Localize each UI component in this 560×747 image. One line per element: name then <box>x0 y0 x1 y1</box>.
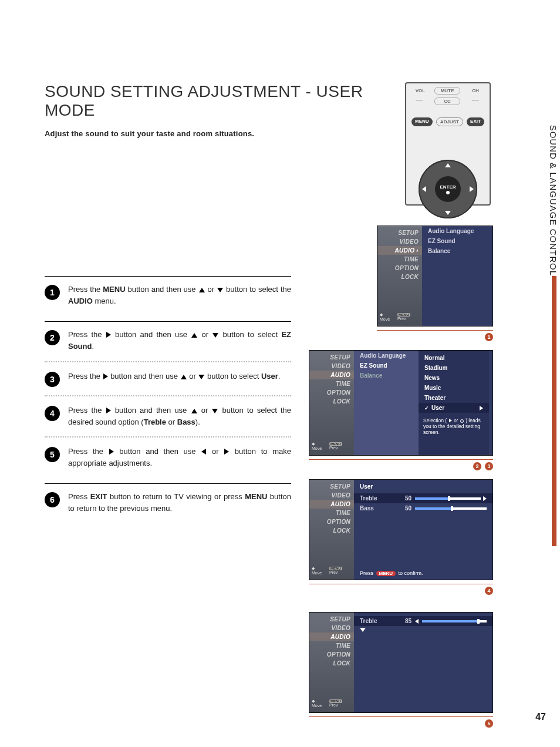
osd-tab-setup[interactable]: SETUP <box>309 353 354 362</box>
osd-item-balance[interactable]: Balance <box>354 371 419 381</box>
osd-treble-adjust: SETUP VIDEO AUDIO TIME OPTION LOCK ◆ Mov… <box>309 612 493 713</box>
osd-tab-option[interactable]: OPTION <box>309 650 354 659</box>
osd-ez-sound-options: SETUP VIDEO AUDIO TIME OPTION LOCK ◆ Mov… <box>309 350 493 456</box>
down-arrow-icon <box>198 375 204 379</box>
osd-footer-move: ◆ Move <box>312 699 326 708</box>
osd-tab-audio[interactable]: AUDIO <box>309 500 354 509</box>
osd-tab-video[interactable]: VIDEO <box>309 624 354 632</box>
osd-bass-row[interactable]: Bass 50 <box>354 503 492 513</box>
osd-tab-video[interactable]: VIDEO <box>309 491 354 500</box>
dpad-right-icon[interactable] <box>470 186 474 192</box>
osd-option-stadium[interactable]: Stadium <box>419 363 489 373</box>
osd-tab-option[interactable]: OPTION <box>377 264 422 272</box>
treble-slider[interactable] <box>422 620 487 622</box>
osd-treble-label: Treble <box>360 495 392 502</box>
osd-tab-audio[interactable]: AUDIO <box>309 371 354 379</box>
osd-treble-label: Treble <box>360 618 392 624</box>
osd-tab-option[interactable]: OPTION <box>309 517 354 526</box>
osd-item-audio-language[interactable]: Audio Language <box>422 226 492 236</box>
down-arrow-icon <box>212 333 218 338</box>
osd-tab-lock[interactable]: LOCK <box>309 659 354 668</box>
steps-list: 1 Press the MENU button and then use or … <box>45 276 291 529</box>
step-number-badge: 2 <box>45 330 60 345</box>
up-arrow-icon <box>191 333 197 338</box>
osd-tab-lock[interactable]: LOCK <box>377 272 422 281</box>
osd-tab-setup[interactable]: SETUP <box>309 482 354 491</box>
remote-figure: VOL MUTE CC CH MENU ADJUST EXIT ENTER <box>405 82 491 206</box>
up-arrow-icon <box>181 375 187 379</box>
osd-user-treble-bass: SETUP VIDEO AUDIO TIME OPTION LOCK ◆ Mov… <box>309 479 493 580</box>
remote-cc-button[interactable]: CC <box>434 97 460 105</box>
osd-tab-lock[interactable]: LOCK <box>309 397 354 406</box>
treble-slider[interactable] <box>415 496 487 501</box>
osd-treble-row[interactable]: Treble 50 <box>354 493 492 503</box>
osd-tab-option[interactable]: OPTION <box>309 388 354 397</box>
osd-option-user[interactable]: User <box>419 403 489 413</box>
osd-tab-audio[interactable]: AUDIO › <box>377 246 422 255</box>
osd-option-normal[interactable]: Normal <box>419 353 489 363</box>
step-2-text: Press the button and then use or button … <box>68 329 291 352</box>
section-side-tab: SOUND & LANGUAGE CONTROL <box>537 276 556 546</box>
osd-tab-lock[interactable]: LOCK <box>309 526 354 535</box>
page-title: SOUND SETTING ADJUSTMENT - USER MODE <box>45 82 397 120</box>
left-arrow-icon <box>415 619 419 624</box>
osd-tab-time[interactable]: TIME <box>377 255 422 264</box>
step-1: 1 Press the MENU button and then use or … <box>45 276 291 321</box>
remote-adjust-button[interactable]: ADJUST <box>436 117 463 126</box>
step-3-text: Press the button and then use or button … <box>68 371 291 387</box>
osd-tab-time[interactable]: TIME <box>309 379 354 388</box>
osd-footer-prev: MENU Prev <box>329 699 352 708</box>
osd-item-audio-language[interactable]: Audio Language <box>354 351 419 361</box>
dpad-down-icon[interactable] <box>445 211 451 215</box>
down-arrow-icon <box>360 628 366 632</box>
remote-menu-button[interactable]: MENU <box>411 117 433 126</box>
osd-footer-move: ◆ Move <box>380 312 394 321</box>
osd-confirm-hint: Press MENU to confirm. <box>354 567 492 580</box>
right-arrow-icon <box>106 332 111 338</box>
dpad-enter-button[interactable]: ENTER <box>435 176 461 202</box>
right-arrow-icon <box>483 496 487 501</box>
annotation-badge: 4 <box>485 587 493 595</box>
dpad-left-icon[interactable] <box>422 186 426 192</box>
osd-user-heading: User <box>354 480 492 493</box>
remote-ch-label: CH <box>467 88 484 93</box>
osd-footer-move: ◆ Move <box>312 566 326 575</box>
remote-exit-button[interactable]: EXIT <box>467 117 484 126</box>
osd-item-ez-sound[interactable]: EZ Sound <box>354 361 419 371</box>
osd-tab-video[interactable]: VIDEO <box>309 362 354 371</box>
page-subtitle: Adjust the sound to suit your taste and … <box>45 129 397 138</box>
osd-tab-setup[interactable]: SETUP <box>377 228 422 237</box>
osd-option-news[interactable]: News <box>419 373 489 383</box>
step-1-text: Press the MENU button and then use or bu… <box>68 284 291 307</box>
annotation-badge: 1 <box>485 333 493 341</box>
osd-tab-setup[interactable]: SETUP <box>309 615 354 624</box>
osd-bass-value: 50 <box>395 505 411 512</box>
osd-option-music[interactable]: Music <box>419 383 489 393</box>
step-6: 6 Press EXIT button to return to TV view… <box>45 483 291 529</box>
osd-tab-time[interactable]: TIME <box>309 641 354 650</box>
left-arrow-icon <box>201 449 206 455</box>
dpad-up-icon[interactable] <box>445 163 451 167</box>
step-2: 2 Press the button and then use or butto… <box>45 321 291 366</box>
remote-dpad[interactable]: ENTER <box>419 160 477 218</box>
step-5-text: Press the button and then use or button … <box>68 446 291 469</box>
osd-tab-time[interactable]: TIME <box>309 509 354 517</box>
osd-tab-video[interactable]: VIDEO <box>377 237 422 246</box>
osd-footer-prev: MENU Prev <box>329 442 352 450</box>
down-arrow-icon <box>217 288 223 292</box>
osd-footer-move: ◆ Move <box>312 442 326 450</box>
remote-ch-down[interactable] <box>472 100 479 100</box>
osd-item-balance[interactable]: Balance <box>422 246 492 256</box>
remote-mute-button[interactable]: MUTE <box>434 87 460 95</box>
step-3: 3 Press the button and then use or butto… <box>45 371 291 401</box>
osd-option-theater[interactable]: Theater <box>419 393 489 403</box>
osd-treble-row[interactable]: Treble 85 <box>354 616 492 626</box>
osd-bass-label: Bass <box>360 505 392 512</box>
annotation-badge: 2 <box>473 462 481 470</box>
osd-item-ez-sound[interactable]: EZ Sound <box>422 236 492 246</box>
remote-vol-down[interactable] <box>416 100 423 100</box>
annotation-badge: 5 <box>485 719 493 728</box>
right-arrow-icon <box>103 374 108 379</box>
bass-slider[interactable] <box>415 507 487 510</box>
osd-tab-audio[interactable]: AUDIO <box>309 632 354 641</box>
